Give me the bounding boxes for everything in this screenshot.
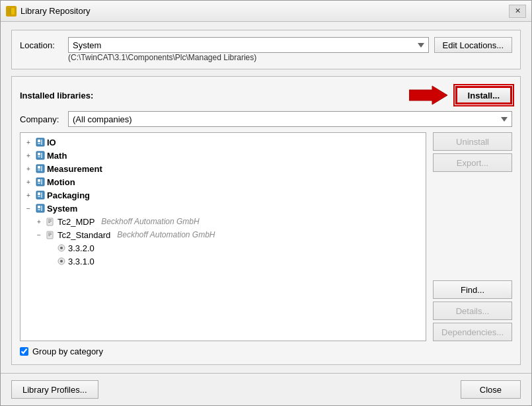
expander-math[interactable]: +: [23, 150, 34, 161]
svg-rect-10: [38, 156, 40, 157]
find-button[interactable]: Find...: [433, 280, 512, 299]
installed-libraries-header: Installed libraries: Install...: [20, 85, 512, 106]
title-bar: Library Repository ✕: [1, 1, 531, 22]
svg-rect-13: [38, 166, 40, 169]
node-icon-motion: [35, 177, 46, 187]
svg-rect-28: [47, 218, 53, 225]
svg-rect-12: [36, 165, 44, 173]
svg-rect-16: [36, 178, 44, 186]
svg-rect-6: [38, 143, 40, 144]
edit-locations-button[interactable]: Edit Locations...: [434, 37, 513, 53]
svg-rect-27: [41, 206, 42, 211]
red-arrow-icon: [409, 85, 449, 106]
svg-rect-29: [48, 220, 52, 220]
svg-rect-24: [36, 204, 44, 212]
uninstall-button[interactable]: Uninstall: [433, 132, 512, 151]
node-icon-system: [35, 203, 46, 214]
tree-node-v3310[interactable]: 3.3.1.0: [20, 255, 426, 268]
dialog-footer: Library Profiles... Close: [1, 373, 531, 405]
export-button[interactable]: Export...: [433, 153, 512, 172]
location-row: Location: System User Global Edit Locati…: [20, 37, 512, 53]
svg-rect-21: [38, 192, 40, 195]
details-button[interactable]: Details...: [433, 302, 512, 320]
company-row: Company: (All companies) Beckhoff Automa…: [20, 111, 512, 127]
tree-node-tc2-mdp[interactable]: + Tc2_MDP Beckhoff Automation GmbH: [20, 215, 426, 228]
svg-point-37: [60, 247, 63, 249]
svg-rect-33: [48, 233, 52, 233]
svg-rect-26: [38, 209, 40, 210]
expander-tc2-standard[interactable]: −: [34, 229, 44, 240]
expander-io[interactable]: +: [23, 137, 34, 147]
node-label-tc2-mdp: Tc2_MDP: [57, 217, 95, 227]
library-tree: + IO +: [20, 133, 426, 270]
svg-rect-34: [48, 234, 52, 235]
expander-motion[interactable]: +: [23, 177, 34, 187]
node-icon-measurement: [35, 163, 46, 174]
node-label-measurement: Measurement: [47, 164, 102, 174]
right-buttons-panel: Uninstall Export... Find... Details... D…: [433, 132, 512, 341]
node-icon-tc2-standard: [46, 229, 56, 240]
node-company-tc2-standard: Beckhoff Automation GmbH: [117, 230, 215, 239]
installed-libraries-label: Installed libraries:: [20, 91, 93, 101]
node-icon-v3320: [56, 243, 67, 253]
tree-node-packaging[interactable]: + Packaging: [20, 188, 426, 202]
svg-rect-32: [47, 231, 53, 239]
svg-rect-35: [48, 235, 50, 236]
svg-rect-31: [48, 222, 50, 223]
location-select[interactable]: System User Global: [68, 37, 429, 53]
title-text: Library Repository: [20, 6, 91, 16]
library-tree-scroll[interactable]: + IO +: [20, 133, 426, 341]
node-label-v3320: 3.3.2.0: [68, 243, 95, 253]
content-split: + IO +: [20, 132, 512, 341]
node-label-tc2-standard: Tc2_Standard: [57, 230, 110, 240]
node-label-system: System: [47, 204, 77, 214]
svg-point-39: [60, 260, 63, 263]
tree-node-motion[interactable]: + Motion: [20, 175, 426, 188]
svg-rect-30: [48, 221, 52, 222]
location-section: Location: System User Global Edit Locati…: [11, 30, 521, 69]
tree-node-io[interactable]: + IO: [20, 136, 426, 149]
tree-node-tc2-standard[interactable]: − Tc2_Standard Beckhoff Automation GmbH: [20, 228, 426, 241]
node-company-tc2-mdp: Beckhoff Automation GmbH: [101, 217, 199, 226]
expander-tc2-mdp[interactable]: +: [34, 216, 44, 227]
node-icon-packaging: [35, 190, 46, 200]
group-by-category-label[interactable]: Group by category: [32, 346, 103, 356]
library-profiles-button[interactable]: Library Profiles...: [11, 380, 98, 399]
svg-rect-5: [38, 140, 40, 142]
node-label-packaging: Packaging: [47, 190, 90, 200]
svg-rect-25: [38, 206, 40, 208]
tree-node-math[interactable]: + Math: [20, 149, 426, 162]
install-button-wrapper: Install...: [409, 85, 512, 106]
svg-rect-7: [41, 140, 42, 145]
svg-rect-14: [38, 169, 40, 171]
location-path: (C:\TwinCAT\3.1\Components\Plc\Managed L…: [20, 53, 512, 62]
arrow-indicator: [409, 85, 449, 106]
tree-node-v3320[interactable]: 3.3.2.0: [20, 241, 426, 255]
expander-packaging[interactable]: +: [23, 190, 34, 200]
right-buttons-spacer: [433, 175, 512, 278]
title-bar-controls: ✕: [509, 5, 526, 18]
svg-rect-8: [36, 151, 44, 159]
node-icon-v3310: [56, 256, 67, 266]
svg-rect-19: [41, 179, 42, 184]
company-select[interactable]: (All companies) Beckhoff Automation GmbH: [68, 111, 512, 127]
expander-measurement[interactable]: +: [23, 163, 34, 174]
node-icon-io: [35, 137, 46, 147]
app-icon: [6, 6, 17, 17]
svg-rect-0: [7, 8, 11, 15]
tree-node-system[interactable]: − System: [20, 202, 426, 215]
dependencies-button[interactable]: Dependencies...: [433, 323, 512, 341]
node-label-motion: Motion: [47, 177, 75, 187]
library-repository-dialog: Library Repository ✕ Location: System Us…: [0, 0, 532, 406]
close-button[interactable]: Close: [461, 380, 521, 399]
location-label: Location:: [20, 40, 63, 50]
install-button[interactable]: Install...: [455, 86, 512, 104]
close-window-button[interactable]: ✕: [509, 5, 526, 18]
node-label-io: IO: [47, 138, 56, 147]
expander-system[interactable]: −: [23, 203, 34, 214]
svg-rect-22: [38, 196, 40, 197]
group-by-category-checkbox[interactable]: [20, 347, 28, 356]
tree-node-measurement[interactable]: + Measurement: [20, 162, 426, 175]
title-bar-left: Library Repository: [6, 6, 91, 17]
node-label-v3310: 3.3.1.0: [68, 257, 95, 266]
